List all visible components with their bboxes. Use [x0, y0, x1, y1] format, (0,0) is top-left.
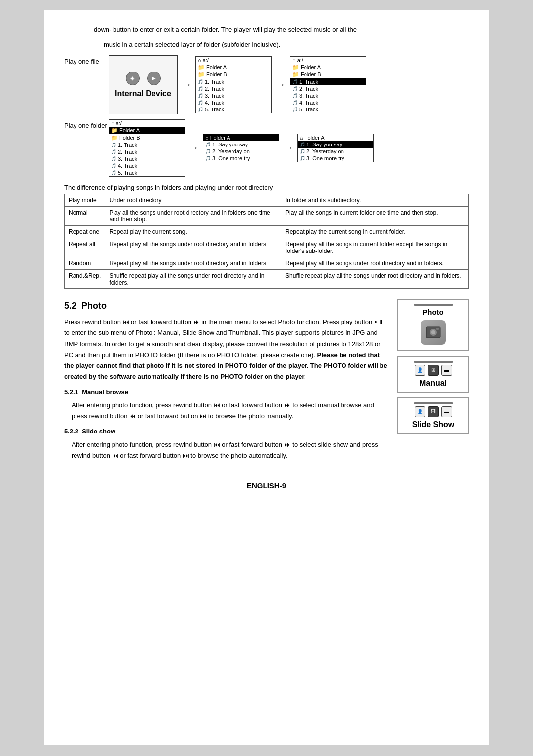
grid-mini-icon: ⊞	[428, 365, 439, 376]
rect-mini-icon: ▬	[441, 365, 452, 376]
intro-line1: down- button to enter or exit a certain …	[64, 25, 469, 35]
list-item: ⌂a:/	[290, 57, 366, 64]
sub-521-heading: 5.2.1 Manual browse	[64, 387, 387, 397]
list-item-selected: ⌂Folder A	[203, 134, 279, 141]
section-52-body: Press rewind button ⏮ or fast forward bu…	[64, 317, 387, 382]
section-52-bold: Please be noted that the player cannot f…	[64, 351, 387, 380]
play-one-file-section: Play one file ◉ ▶ Internal Device → ⌂a:/…	[64, 55, 469, 114]
list-item: 🎵2. Track	[196, 85, 271, 92]
play-one-folder-label: Play one folder	[64, 119, 109, 129]
list-item: 🎵3. One more try	[203, 155, 279, 162]
folder-list-1: ⌂a:/ 📁Folder A 📁Folder B 🎵1. Track 🎵2. T…	[109, 119, 185, 177]
sub-521-body: After entering photo function, press rew…	[64, 400, 387, 422]
folder-cell: Repeat play all the songs in current fol…	[281, 238, 469, 257]
table-row: Rand.&Rep. Shuffle repeat play all the s…	[65, 269, 469, 288]
list-item: ⌂a:/	[196, 57, 271, 64]
file-list-1: ⌂a:/ 📁Folder A 📁Folder B 🎵1. Track 🎵2. T…	[195, 56, 272, 113]
list-item: 📁Folder A	[196, 64, 271, 71]
section-52-heading: 5.2 Photo	[64, 299, 387, 313]
table-row: Repeat one Repeat play the current song.…	[65, 225, 469, 238]
screen-top-bar	[414, 402, 453, 404]
list-item: 🎵2. Track	[109, 148, 185, 155]
folder-cell: Play all the songs in current folder one…	[281, 206, 469, 225]
folder-cell: Shuffle repeat play all the songs under …	[281, 269, 469, 288]
person-mini-icon: 👤	[415, 365, 425, 376]
rect-mini-icon-2: ▬	[441, 406, 452, 417]
list-item: 📁Folder A	[290, 64, 366, 71]
col-header-folder: In folder and its subdirectory.	[281, 194, 469, 206]
svg-rect-3	[436, 328, 439, 330]
photo-icon	[421, 320, 446, 345]
folder-cell: Repeat play the current song in current …	[281, 225, 469, 238]
section-52-images: Photo 👤 ⊞	[397, 299, 469, 461]
intro-line2: music in a certain selected layer of fol…	[64, 40, 469, 50]
root-cell: Play all the songs under root directory …	[105, 206, 281, 225]
list-item: 🎵1. Track	[196, 78, 271, 85]
footer-text: ENGLISH-9	[247, 481, 286, 490]
slideshow-screen: 👤 🎞 ▬ Slide Show	[397, 397, 469, 434]
list-item: 🎵3. One more try	[298, 155, 373, 162]
mode-cell: Repeat one	[65, 225, 105, 238]
mode-cell: Rand.&Rep.	[65, 269, 105, 288]
manual-icons-row: 👤 ⊞ ▬	[402, 365, 464, 376]
file-list-2: ⌂a:/ 📁Folder A 📁Folder B 🎵1. Track 🎵2. T…	[290, 56, 366, 113]
arrow3: →	[188, 142, 200, 153]
manual-screen: 👤 ⊞ ▬ Manual	[397, 356, 469, 393]
list-item: ⌂a:/	[109, 120, 185, 127]
play-one-folder-diagrams: ⌂a:/ 📁Folder A 📁Folder B 🎵1. Track 🎵2. T…	[109, 119, 469, 177]
folder-cell: Repeat play all the songs under root dir…	[281, 257, 469, 269]
list-item: 🎵5. Track	[196, 106, 271, 113]
list-item: 🎵4. Track	[109, 162, 185, 169]
footer: ENGLISH-9	[64, 476, 469, 490]
list-item-selected: 📁Folder A	[109, 127, 185, 134]
list-item-selected: 🎵1. Track	[290, 78, 366, 85]
play-one-folder-section: Play one folder ⌂a:/ 📁Folder A 📁Folder B…	[64, 119, 469, 177]
list-item: 🎵4. Track	[196, 99, 271, 106]
list-item: 📁Folder B	[290, 71, 366, 78]
list-item: 🎵2. Yesterday on	[298, 148, 373, 155]
list-item: 🎵1. Track	[109, 142, 185, 148]
list-item: 🎵3. Track	[290, 92, 366, 99]
table-row: Random Repeat play all the songs under r…	[65, 257, 469, 269]
play-one-file-diagrams: ◉ ▶ Internal Device → ⌂a:/ 📁Folder A 📁Fo…	[109, 55, 469, 114]
list-item: 📁Folder B	[109, 134, 185, 142]
list-item: 🎵1. Say you say	[203, 141, 279, 148]
col-header-root: Under root directory	[105, 194, 281, 206]
slideshow-icons-row: 👤 🎞 ▬	[402, 406, 464, 417]
table-caption: The difference of playing songs in folde…	[64, 184, 469, 191]
section-52-text: 5.2 Photo Press rewind button ⏮ or fast …	[64, 299, 387, 461]
list-item: 🎵2. Yesterday on	[203, 148, 279, 155]
root-cell: Repeat play all the songs under root dir…	[105, 257, 281, 269]
screen-top-bar	[414, 304, 453, 306]
film-mini-icon: 🎞	[428, 406, 439, 417]
list-item: 🎵5. Track	[290, 106, 366, 113]
mode-cell: Repeat all	[65, 238, 105, 257]
list-item: 🎵3. Track	[109, 155, 185, 162]
folder-list-3: ⌂Folder A 🎵1. Say you say 🎵2. Yesterday …	[297, 134, 374, 162]
folder-list-2: ⌂Folder A 🎵1. Say you say 🎵2. Yesterday …	[203, 134, 279, 162]
root-cell: Repeat play the current song.	[105, 225, 281, 238]
root-cell: Shuffle repeat play all the songs under …	[105, 269, 281, 288]
section-52: 5.2 Photo Press rewind button ⏮ or fast …	[64, 299, 469, 461]
table-section: The difference of playing songs in folde…	[64, 184, 469, 289]
device-icons: ◉ ▶	[126, 72, 161, 85]
photo-screen-title: Photo	[402, 308, 464, 316]
play-one-file-label: Play one file	[64, 55, 109, 65]
circle-icon-left: ◉	[126, 72, 140, 85]
list-item-selected: 🎵1. Say you say	[298, 141, 373, 148]
page: down- button to enter or exit a certain …	[44, 10, 489, 745]
difference-table: Play mode Under root directory In folder…	[64, 194, 469, 289]
arrow4: →	[282, 142, 295, 153]
list-item: ⌂Folder A	[298, 134, 373, 141]
list-item: 🎵4. Track	[290, 99, 366, 106]
photo-screen: Photo	[397, 299, 469, 351]
list-item: 🎵3. Track	[196, 92, 271, 99]
arrow1: →	[180, 79, 193, 90]
internal-device-label: Internal Device	[115, 89, 171, 98]
person-mini-icon-2: 👤	[415, 406, 425, 417]
sub-522-body: After entering photo function, press rew…	[64, 439, 387, 461]
circle-icon-right: ▶	[147, 72, 161, 85]
arrow2: →	[274, 79, 287, 90]
list-item: 📁Folder B	[196, 71, 271, 78]
root-cell: Repeat play all the songs under root dir…	[105, 238, 281, 257]
